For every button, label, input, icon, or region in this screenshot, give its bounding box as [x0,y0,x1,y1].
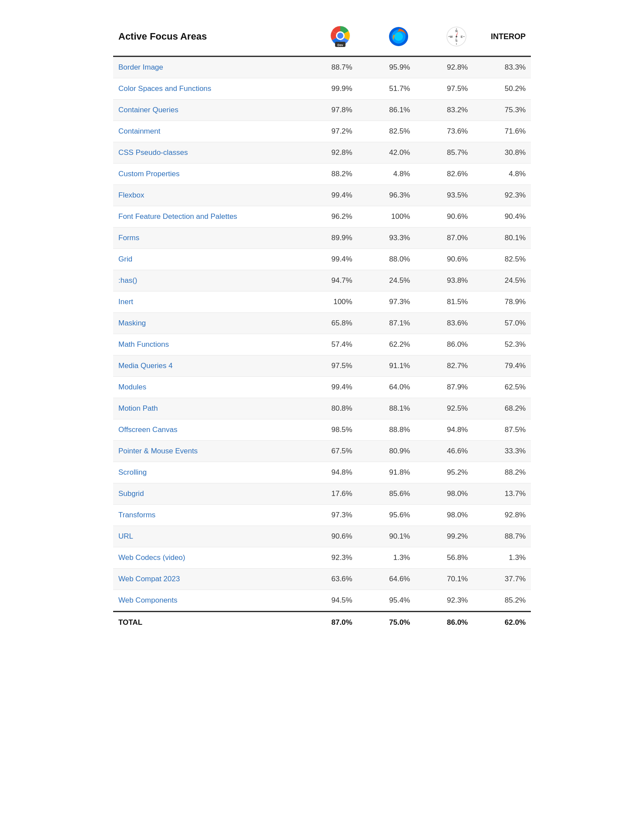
interop-score: 4.8% [473,164,531,185]
focus-area-name[interactable]: URL [113,526,300,547]
firefox-score: 87.1% [358,313,416,334]
safari-score: 92.5% [415,398,473,419]
focus-area-name[interactable]: Web Codecs (video) [113,547,300,569]
column-header-safari: N S E W [415,17,473,57]
safari-score: 81.5% [415,292,473,313]
safari-score: 87.9% [415,377,473,398]
focus-area-name[interactable]: Scrolling [113,462,300,483]
chrome-score: 57.4% [300,334,358,355]
chrome-score: 88.2% [300,164,358,185]
firefox-score: 88.0% [358,249,416,270]
focus-area-name[interactable]: Subgrid [113,483,300,505]
safari-score: 82.7% [415,355,473,377]
interop-score: 30.8% [473,142,531,164]
focus-areas-table: Active Focus Areas [113,17,531,633]
focus-area-name[interactable]: Math Functions [113,334,300,355]
firefox-score: 100% [358,206,416,228]
table-row: Scrolling94.8%91.8%95.2%88.2% [113,462,531,483]
firefox-score: 96.3% [358,185,416,206]
interop-score: 88.7% [473,526,531,547]
focus-area-name[interactable]: Inert [113,292,300,313]
focus-area-name[interactable]: Grid [113,249,300,270]
chrome-score: 89.9% [300,228,358,249]
table-header-row: Active Focus Areas [113,17,531,57]
focus-area-name[interactable]: Flexbox [113,185,300,206]
firefox-score: 97.3% [358,292,416,313]
interop-score: 87.5% [473,419,531,441]
focus-area-name[interactable]: Container Queries [113,100,300,121]
safari-score: 93.5% [415,185,473,206]
safari-score: 92.3% [415,590,473,612]
table-row: Web Codecs (video)92.3%1.3%56.8%1.3% [113,547,531,569]
table-row: Offscreen Canvas98.5%88.8%94.8%87.5% [113,419,531,441]
table-row: Container Queries97.8%86.1%83.2%75.3% [113,100,531,121]
table-row: Web Components94.5%95.4%92.3%85.2% [113,590,531,612]
safari-score: 90.6% [415,249,473,270]
safari-score: 93.8% [415,270,473,292]
focus-area-name[interactable]: Pointer & Mouse Events [113,441,300,462]
chrome-score: 98.5% [300,419,358,441]
focus-area-name[interactable]: Font Feature Detection and Palettes [113,206,300,228]
firefox-score: 64.0% [358,377,416,398]
table-row: Media Queries 497.5%91.1%82.7%79.4% [113,355,531,377]
table-row: Containment97.2%82.5%73.6%71.6% [113,121,531,142]
safari-score: 46.6% [415,441,473,462]
firefox-score: 1.3% [358,547,416,569]
focus-area-name[interactable]: Modules [113,377,300,398]
table-row: Flexbox99.4%96.3%93.5%92.3% [113,185,531,206]
focus-area-name[interactable]: Web Components [113,590,300,612]
safari-score: 73.6% [415,121,473,142]
interop-score: 78.9% [473,292,531,313]
focus-area-name[interactable]: Forms [113,228,300,249]
focus-area-name[interactable]: :has() [113,270,300,292]
interop-score: 37.7% [473,569,531,590]
safari-score: 99.2% [415,526,473,547]
interop-score: 92.3% [473,185,531,206]
table-row: Forms89.9%93.3%87.0%80.1% [113,228,531,249]
interop-score: 62.5% [473,377,531,398]
chrome-score: 88.7% [300,57,358,78]
focus-area-name[interactable]: Offscreen Canvas [113,419,300,441]
focus-area-name[interactable]: Custom Properties [113,164,300,185]
safari-score: 98.0% [415,483,473,505]
safari-score: 56.8% [415,547,473,569]
chrome-score: 97.3% [300,505,358,526]
firefox-score: 82.5% [358,121,416,142]
table-row: Inert100%97.3%81.5%78.9% [113,292,531,313]
svg-text:W: W [450,35,453,38]
firefox-score: 91.1% [358,355,416,377]
interop-score: 88.2% [473,462,531,483]
total-label: TOTAL [113,612,300,633]
chrome-score: 80.8% [300,398,358,419]
firefox-score: 80.9% [358,441,416,462]
chrome-score: 97.5% [300,355,358,377]
interop-score: 24.5% [473,270,531,292]
focus-area-name[interactable]: Transforms [113,505,300,526]
chrome-score: 96.2% [300,206,358,228]
firefox-score: 24.5% [358,270,416,292]
focus-area-name[interactable]: Masking [113,313,300,334]
focus-area-name[interactable]: CSS Pseudo-classes [113,142,300,164]
interop-score: 92.8% [473,505,531,526]
safari-score: 82.6% [415,164,473,185]
total-chrome: 87.0% [300,612,358,633]
interop-score: 71.6% [473,121,531,142]
interop-score: 85.2% [473,590,531,612]
focus-area-name[interactable]: Color Spaces and Functions [113,78,300,100]
svg-point-2 [337,33,343,39]
firefox-score: 88.1% [358,398,416,419]
table-row: Border Image88.7%95.9%92.8%83.3% [113,57,531,78]
chrome-score: 92.8% [300,142,358,164]
table-row: URL90.6%90.1%99.2%88.7% [113,526,531,547]
focus-area-name[interactable]: Border Image [113,57,300,78]
focus-area-name[interactable]: Web Compat 2023 [113,569,300,590]
interop-score: 50.2% [473,78,531,100]
focus-area-name[interactable]: Media Queries 4 [113,355,300,377]
interop-score: 79.4% [473,355,531,377]
firefox-score: 90.1% [358,526,416,547]
focus-area-name[interactable]: Motion Path [113,398,300,419]
focus-area-name[interactable]: Containment [113,121,300,142]
safari-score: 98.0% [415,505,473,526]
total-firefox: 75.0% [358,612,416,633]
interop-score: 83.3% [473,57,531,78]
